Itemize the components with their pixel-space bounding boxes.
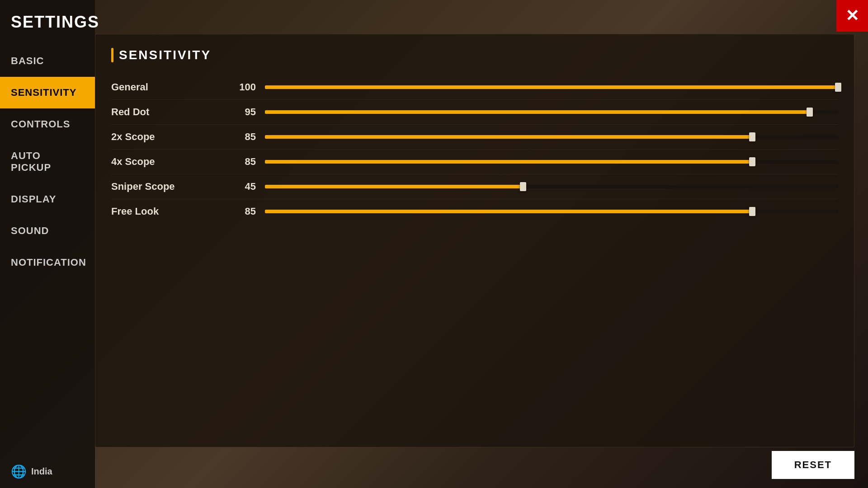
sidebar-item-basic[interactable]: BASIC <box>0 45 95 77</box>
region-label: India <box>31 466 52 477</box>
close-button[interactable]: ✕ <box>836 0 868 32</box>
slider-track-container[interactable] <box>265 206 838 216</box>
slider-track-container[interactable] <box>265 157 838 167</box>
slider-fill <box>265 185 523 188</box>
slider-label: Free Look <box>111 206 229 217</box>
sidebar-footer: 🌐 India <box>0 464 95 479</box>
sidebar-nav: BASICSENSITIVITYCONTROLSAUTO PICKUPDISPL… <box>0 45 95 278</box>
slider-track-container[interactable] <box>265 182 838 192</box>
sidebar: SETTINGS BASICSENSITIVITYCONTROLSAUTO PI… <box>0 0 95 488</box>
slider-thumb[interactable] <box>520 182 526 191</box>
panel-accent-bar <box>111 48 113 62</box>
globe-icon: 🌐 <box>11 464 27 479</box>
slider-label: 2x Scope <box>111 131 229 143</box>
slider-label: Red Dot <box>111 106 229 118</box>
slider-fill <box>265 160 752 164</box>
slider-track-container[interactable] <box>265 82 838 92</box>
sidebar-item-sound[interactable]: SOUND <box>0 215 95 247</box>
slider-thumb[interactable] <box>749 132 755 141</box>
sidebar-item-controls[interactable]: CONTROLS <box>0 108 95 140</box>
slider-track-container[interactable] <box>265 107 838 117</box>
slider-thumb[interactable] <box>835 83 841 92</box>
slider-label: Sniper Scope <box>111 181 229 192</box>
slider-value: 85 <box>229 156 256 168</box>
slider-row-4x-scope: 4x Scope85 <box>111 150 838 174</box>
panel-title: SENSITIVITY <box>119 48 211 62</box>
slider-label: 4x Scope <box>111 156 229 168</box>
slider-fill <box>265 135 752 139</box>
panel-header: SENSITIVITY <box>111 48 838 62</box>
reset-button[interactable]: RESET <box>772 451 854 479</box>
slider-row-2x-scope: 2x Scope85 <box>111 125 838 150</box>
slider-row-sniper-scope: Sniper Scope45 <box>111 174 838 199</box>
slider-fill <box>265 110 810 114</box>
sidebar-item-display[interactable]: DISPLAY <box>0 183 95 215</box>
slider-fill <box>265 210 752 213</box>
slider-fill <box>265 85 838 89</box>
slider-value: 85 <box>229 131 256 143</box>
slider-track-container[interactable] <box>265 132 838 142</box>
sidebar-item-sensitivity[interactable]: SENSITIVITY <box>0 77 95 108</box>
slider-value: 95 <box>229 106 256 118</box>
settings-panel: SENSITIVITY General100Red Dot952x Scope8… <box>95 34 854 447</box>
sidebar-item-auto-pickup[interactable]: AUTO PICKUP <box>0 140 95 183</box>
slider-thumb[interactable] <box>749 207 755 216</box>
slider-thumb[interactable] <box>807 108 813 117</box>
app-title: SETTINGS <box>0 0 95 41</box>
slider-label: General <box>111 81 229 93</box>
slider-row-free-look: Free Look85 <box>111 199 838 224</box>
slider-value: 85 <box>229 206 256 217</box>
slider-value: 45 <box>229 181 256 192</box>
sidebar-item-notification[interactable]: NOTIFICATION <box>0 247 95 278</box>
close-icon: ✕ <box>845 8 859 24</box>
main-content: SENSITIVITY General100Red Dot952x Scope8… <box>95 34 854 447</box>
slider-value: 100 <box>229 81 256 93</box>
slider-row-red-dot: Red Dot95 <box>111 100 838 125</box>
slider-row-general: General100 <box>111 75 838 100</box>
slider-thumb[interactable] <box>749 157 755 166</box>
slider-rows: General100Red Dot952x Scope854x Scope85S… <box>111 75 838 224</box>
